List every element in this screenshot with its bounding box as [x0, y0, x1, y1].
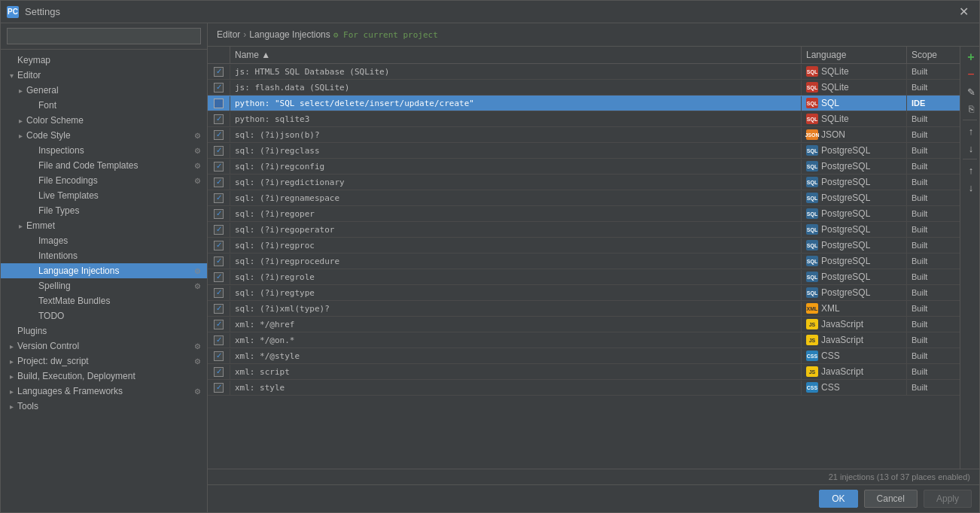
sidebar-item-inspections[interactable]: Inspections ⚙ [1, 143, 207, 158]
checkbox[interactable] [214, 114, 224, 124]
sidebar-item-build-execution-deployment[interactable]: ▸ Build, Execution, Deployment [1, 369, 207, 384]
row-check[interactable] [208, 65, 230, 79]
checkbox[interactable] [214, 241, 224, 250]
sidebar-item-file-encodings[interactable]: File Encodings ⚙ [1, 173, 207, 188]
checkbox[interactable] [214, 193, 224, 203]
table-row[interactable]: python: sqlite3 SQLSQLite Built [208, 111, 960, 127]
sidebar-item-font[interactable]: Font [1, 98, 207, 113]
search-input[interactable] [7, 28, 201, 44]
row-check[interactable] [208, 349, 230, 363]
row-check[interactable] [208, 80, 230, 95]
checkbox[interactable] [214, 67, 224, 77]
ok-button[interactable]: OK [819, 490, 857, 508]
row-check[interactable] [208, 159, 230, 174]
sidebar-item-color-scheme[interactable]: ▸ Color Scheme [1, 113, 207, 128]
checkbox[interactable] [214, 367, 224, 377]
row-check[interactable] [208, 144, 230, 158]
checkbox[interactable] [214, 225, 224, 235]
table-row[interactable]: xml: */@on.* JSJavaScript Built [208, 332, 960, 348]
sidebar-item-version-control[interactable]: ▸ Version Control ⚙ [1, 338, 207, 354]
table-row[interactable]: sql: (?i)regprocedure SQLPostgreSQL Buil… [208, 253, 960, 269]
row-check[interactable] [208, 223, 230, 237]
checkbox[interactable] [214, 162, 224, 172]
table-row[interactable]: sql: (?i)json(b)? JSONJSON Built [208, 127, 960, 143]
table-row[interactable]: sql: (?i)regdictionary SQLPostgreSQL Bui… [208, 175, 960, 190]
sidebar-item-intentions[interactable]: Intentions [1, 248, 207, 263]
checkbox[interactable] [214, 209, 224, 219]
copy-button[interactable]: ⎘ [963, 101, 979, 117]
checkbox[interactable] [214, 383, 224, 393]
remove-button[interactable]: − [963, 66, 979, 83]
checkbox[interactable] [214, 335, 224, 345]
sidebar-item-tools[interactable]: ▸ Tools [1, 399, 207, 414]
import-button[interactable]: ↓ [963, 140, 979, 156]
table-row[interactable]: sql: (?i)regoper SQLPostgreSQL Built [208, 206, 960, 222]
table-row[interactable]: xml: */@href JSJavaScript Built [208, 317, 960, 332]
sidebar-item-languages-frameworks[interactable]: ▸ Languages & Frameworks ⚙ [1, 384, 207, 399]
move-up-button[interactable]: ↑ [963, 162, 979, 178]
apply-button[interactable]: Apply [924, 490, 972, 508]
checkbox[interactable] [214, 130, 224, 140]
row-check[interactable] [208, 128, 230, 142]
table-row[interactable]: xml: script JSJavaScript Built [208, 364, 960, 380]
row-check[interactable] [208, 238, 230, 253]
row-check[interactable] [208, 254, 230, 269]
sidebar-item-general[interactable]: ▸ General [1, 83, 207, 98]
table-row[interactable]: xml: */@style CSSCSS Built [208, 348, 960, 364]
table-row[interactable]: js: HTML5 SQL Database (SQLite) SQLSQLit… [208, 64, 960, 80]
close-button[interactable]: ✕ [954, 3, 973, 20]
sidebar-item-file-types[interactable]: File Types [1, 203, 207, 218]
sidebar-item-file-code-templates[interactable]: File and Code Templates ⚙ [1, 158, 207, 173]
table-row[interactable]: sql: (?i)regnamespace SQLPostgreSQL Buil… [208, 190, 960, 206]
row-check[interactable] [208, 381, 230, 395]
row-check[interactable] [208, 207, 230, 221]
row-check[interactable] [208, 302, 230, 316]
row-check[interactable] [208, 317, 230, 332]
checkbox[interactable] [214, 256, 224, 266]
sidebar-item-emmet[interactable]: ▸ Emmet [1, 218, 207, 233]
table-row[interactable]: sql: (?i)regproc SQLPostgreSQL Built [208, 238, 960, 253]
sidebar-item-keymap[interactable]: Keymap [1, 53, 207, 68]
table-row[interactable]: sql: (?i)regconfig SQLPostgreSQL Built [208, 159, 960, 175]
header-language[interactable]: Language [802, 47, 907, 63]
add-button[interactable]: + [963, 49, 979, 65]
sidebar-item-code-style[interactable]: ▸ Code Style ⚙ [1, 128, 207, 143]
row-check[interactable] [208, 333, 230, 348]
table-row-selected[interactable]: python: "SQL select/delete/insert/update… [208, 96, 960, 111]
table-row[interactable]: js: flash.data (SQLite) SQLSQLite Built [208, 80, 960, 96]
row-check[interactable] [208, 96, 230, 111]
checkbox[interactable] [214, 351, 224, 361]
sidebar-item-todo[interactable]: TODO [1, 308, 207, 323]
row-check[interactable] [208, 270, 230, 284]
checkbox[interactable] [214, 320, 224, 329]
sidebar-item-plugins[interactable]: Plugins [1, 323, 207, 338]
sidebar-item-spelling[interactable]: Spelling ⚙ [1, 278, 207, 293]
table-row[interactable]: sql: (?i)regtype SQLPostgreSQL Built [208, 285, 960, 301]
sidebar-item-textmate-bundles[interactable]: TextMate Bundles [1, 293, 207, 308]
move-down-button[interactable]: ↓ [963, 179, 979, 196]
checkbox[interactable] [214, 99, 224, 108]
row-check[interactable] [208, 175, 230, 190]
checkbox[interactable] [214, 288, 224, 298]
table-row[interactable]: sql: (?i)xml(type)? XMLXML Built [208, 301, 960, 317]
table-row[interactable]: sql: (?i)regoperator SQLPostgreSQL Built [208, 222, 960, 238]
table-row[interactable]: xml: style CSSCSS Built [208, 380, 960, 396]
header-name[interactable]: Name ▲ [230, 47, 802, 63]
export-button[interactable]: ↑ [963, 123, 979, 139]
sidebar-item-language-injections[interactable]: Language Injections ⚙ [1, 263, 207, 278]
row-check[interactable] [208, 112, 230, 126]
checkbox[interactable] [214, 146, 224, 156]
checkbox[interactable] [214, 83, 224, 93]
sidebar-item-editor[interactable]: ▾ Editor [1, 68, 207, 83]
checkbox[interactable] [214, 178, 224, 187]
row-check[interactable] [208, 286, 230, 300]
header-scope[interactable]: Scope [907, 47, 960, 63]
row-check[interactable] [208, 365, 230, 379]
edit-button[interactable]: ✎ [963, 83, 979, 100]
cancel-button[interactable]: Cancel [864, 490, 918, 508]
table-row[interactable]: sql: (?i)regclass SQLPostgreSQL Built [208, 143, 960, 159]
checkbox[interactable] [214, 272, 224, 282]
row-check[interactable] [208, 191, 230, 205]
sidebar-item-images[interactable]: Images [1, 233, 207, 248]
table-row[interactable]: sql: (?i)regrole SQLPostgreSQL Built [208, 269, 960, 285]
